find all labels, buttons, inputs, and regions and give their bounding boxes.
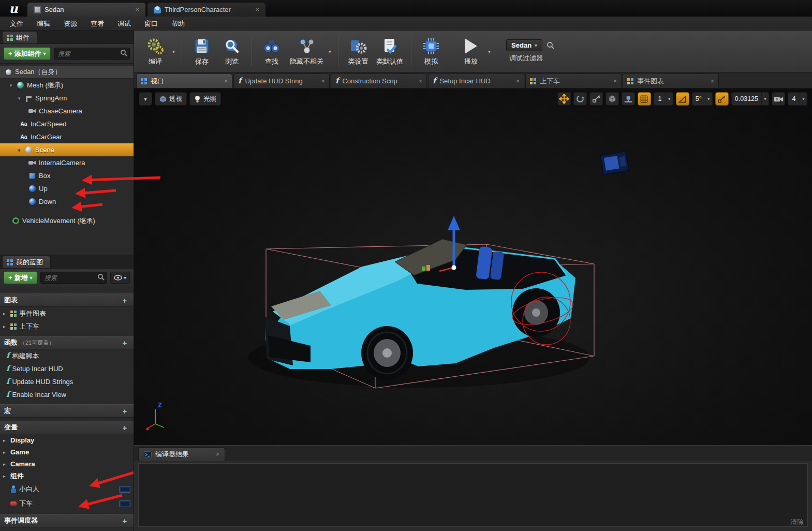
- components-search-input[interactable]: [54, 48, 130, 60]
- chevron-right-icon[interactable]: ▸: [3, 311, 8, 316]
- grid-snap-caret[interactable]: ▾: [666, 92, 673, 106]
- function-row-update-hud-strings[interactable]: f Update HUD Strings: [0, 375, 134, 388]
- close-icon[interactable]: ×: [134, 6, 140, 13]
- add-function-button[interactable]: +: [120, 338, 129, 347]
- menu-file[interactable]: 文件: [3, 17, 30, 31]
- menu-window[interactable]: 窗口: [138, 17, 165, 31]
- chevron-down-icon[interactable]: ▾: [17, 96, 22, 101]
- class-defaults-button[interactable]: 类默认值: [373, 33, 406, 70]
- graph-row-getinout[interactable]: ▸ 上下车: [0, 320, 134, 333]
- compile-options-caret[interactable]: ▾: [170, 49, 177, 54]
- component-row-down[interactable]: Down: [0, 195, 134, 208]
- component-row-box[interactable]: Box: [0, 169, 134, 182]
- close-icon[interactable]: ×: [613, 78, 617, 85]
- function-row-constructionscript[interactable]: f 构建脚本: [0, 349, 134, 362]
- camera-speed-button[interactable]: [772, 92, 785, 106]
- window-tab-sedan[interactable]: Sedan ×: [27, 2, 146, 17]
- class-settings-button[interactable]: 类设置: [343, 33, 373, 70]
- rotation-snap-caret[interactable]: ▾: [705, 92, 713, 106]
- camera-speed-value[interactable]: 4: [788, 92, 800, 106]
- function-row-enable-incar-view[interactable]: f Enable Incar View: [0, 388, 134, 401]
- add-variable-button[interactable]: +: [120, 423, 129, 432]
- menu-debug[interactable]: 调试: [111, 17, 138, 31]
- simulate-button[interactable]: 模拟: [416, 33, 446, 70]
- doc-tab-eventgraph[interactable]: 事件图表 ×: [623, 73, 719, 88]
- window-tab-thirdpersoncharacter[interactable]: ThirdPersonCharacter ×: [147, 2, 266, 17]
- close-icon[interactable]: ×: [711, 78, 714, 85]
- camera-speed-caret[interactable]: ▾: [800, 92, 807, 106]
- component-row-internalcamera[interactable]: InternalCamera: [0, 156, 134, 169]
- doc-tab-viewport[interactable]: 视口 ×: [136, 73, 232, 88]
- variable-category-camera[interactable]: ▸ Camera: [0, 458, 134, 470]
- doc-tab-getinout[interactable]: 上下车 ×: [525, 73, 622, 88]
- chevron-right-icon[interactable]: ▸: [3, 438, 8, 443]
- variable-type-icon[interactable]: [119, 486, 130, 493]
- grid-snap-value[interactable]: 1: [654, 92, 666, 106]
- graph-row-eventgraph[interactable]: ▸ 事件图表: [0, 307, 134, 320]
- lit-mode-button[interactable]: 光照: [189, 92, 221, 106]
- component-row-scene[interactable]: ▾ Scene: [0, 143, 134, 156]
- add-dispatcher-button[interactable]: +: [120, 517, 129, 525]
- surface-snap-button[interactable]: [622, 92, 635, 106]
- close-icon[interactable]: ×: [516, 78, 520, 85]
- chevron-down-icon[interactable]: ▾: [8, 83, 13, 88]
- close-icon[interactable]: ×: [419, 78, 422, 85]
- my-blueprint-tab[interactable]: 我的蓝图: [2, 256, 51, 268]
- save-button[interactable]: 保存: [187, 33, 217, 70]
- menu-view[interactable]: 查看: [84, 17, 111, 31]
- viewport-3d[interactable]: Z ▾ 透视 光照: [134, 89, 812, 445]
- variable-row-mannequin[interactable]: 小白人: [0, 482, 134, 496]
- doc-tab-construction-script[interactable]: f Construction Scrip ×: [331, 73, 427, 88]
- debug-search-icon[interactable]: [547, 41, 555, 50]
- rotate-tool-button[interactable]: [573, 92, 587, 106]
- doc-tab-setup-incar-hud[interactable]: f Setup Incar HUD ×: [428, 73, 524, 88]
- scale-snap-value[interactable]: 0.03125: [731, 92, 762, 106]
- section-variables[interactable]: 变量 +: [0, 421, 134, 434]
- components-panel-tab[interactable]: 组件: [2, 31, 37, 43]
- close-icon[interactable]: ×: [216, 451, 219, 458]
- browse-button[interactable]: 浏览: [217, 33, 247, 70]
- section-graphs[interactable]: 图表 +: [0, 293, 134, 307]
- add-component-button[interactable]: + 添加组件 ▾: [4, 47, 51, 60]
- play-button[interactable]: 播放: [456, 33, 486, 70]
- scale-snap-button[interactable]: [715, 92, 729, 106]
- viewport-scene[interactable]: Z: [134, 89, 812, 445]
- close-icon[interactable]: ×: [321, 78, 325, 85]
- chevron-right-icon[interactable]: ▸: [3, 324, 8, 329]
- move-tool-button[interactable]: [557, 92, 571, 106]
- menu-help[interactable]: 帮助: [165, 17, 191, 31]
- component-row-chasecamera[interactable]: ChaseCamera: [0, 105, 134, 117]
- find-button[interactable]: 查找: [257, 33, 287, 70]
- variable-category-components[interactable]: ▸ 组件: [0, 470, 134, 482]
- hide-unrelated-button[interactable]: 隐藏不相关: [287, 33, 327, 70]
- grid-snap-button[interactable]: [638, 92, 651, 106]
- menu-edit[interactable]: 编辑: [30, 17, 57, 31]
- perspective-button[interactable]: 透视: [155, 92, 187, 106]
- chevron-right-icon[interactable]: ▸: [3, 474, 8, 479]
- close-icon[interactable]: ×: [224, 78, 228, 85]
- scale-snap-caret[interactable]: ▾: [762, 92, 769, 106]
- debug-object-dropdown[interactable]: Sedan ▾: [506, 39, 542, 51]
- menu-asset[interactable]: 资源: [57, 17, 84, 31]
- compiler-results-output[interactable]: [138, 463, 808, 527]
- chevron-right-icon[interactable]: ▸: [3, 462, 8, 467]
- component-row-mesh[interactable]: ▾ Mesh (继承): [0, 79, 134, 92]
- variable-category-game[interactable]: ▸ Game: [0, 446, 134, 458]
- rotation-snap-value[interactable]: 5°: [692, 92, 705, 106]
- function-row-setup-incar-hud[interactable]: f Setup Incar HUD: [0, 362, 134, 375]
- visibility-filter-button[interactable]: ▾: [110, 272, 130, 284]
- add-graph-button[interactable]: +: [120, 296, 129, 305]
- doc-tab-update-hud-strings[interactable]: f Update HUD String ×: [233, 73, 330, 88]
- clear-log-link[interactable]: 清除: [790, 518, 804, 527]
- add-macro-button[interactable]: +: [120, 407, 129, 416]
- component-row-sedan-self[interactable]: Sedan（自身）: [0, 66, 134, 79]
- scale-tool-button[interactable]: [589, 92, 603, 106]
- section-macros[interactable]: 宏 +: [0, 404, 134, 418]
- variable-row-getout[interactable]: 下车: [0, 496, 134, 511]
- component-row-incargear[interactable]: Aa InCarGear: [0, 130, 134, 143]
- compiler-results-tab[interactable]: 编译器结果 ×: [138, 447, 225, 461]
- variable-category-display[interactable]: ▸ Display: [0, 434, 134, 446]
- component-row-up[interactable]: Up: [0, 182, 134, 195]
- component-row-springarm[interactable]: ▾ SpringArm: [0, 92, 134, 105]
- hide-unrelated-caret[interactable]: ▾: [327, 49, 333, 54]
